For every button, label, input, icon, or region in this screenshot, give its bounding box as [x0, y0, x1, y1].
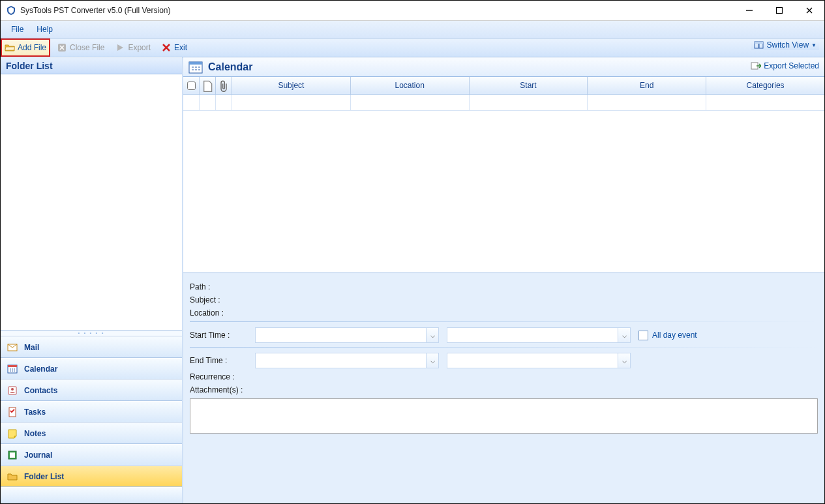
- add-file-label: Add File: [18, 43, 46, 52]
- svg-rect-8: [8, 365, 17, 367]
- menu-file[interactable]: File: [5, 22, 30, 37]
- nav-button-stack: Mail Calendar Contacts Tasks Notes: [1, 336, 182, 487]
- maximize-button[interactable]: [764, 1, 794, 20]
- nav-folder-list[interactable]: Folder List: [1, 466, 182, 487]
- mail-icon: [7, 342, 18, 353]
- svg-rect-13: [10, 452, 15, 458]
- end-time-label: End Time :: [190, 356, 255, 365]
- nav-mail[interactable]: Mail: [1, 336, 182, 358]
- tasks-icon: [7, 407, 18, 417]
- attachments-box[interactable]: [190, 398, 818, 434]
- chevron-down-icon: ⌵: [426, 353, 438, 368]
- nav-folder-list-label: Folder List: [24, 472, 64, 481]
- svg-rect-0: [746, 10, 753, 11]
- folder-open-icon: [5, 42, 15, 53]
- nav-contacts[interactable]: Contacts: [1, 379, 182, 401]
- switch-view-icon: [754, 40, 764, 50]
- svg-rect-1: [777, 8, 783, 14]
- notes-icon: [7, 428, 18, 439]
- close-button[interactable]: [794, 1, 824, 20]
- col-checkbox[interactable]: [183, 77, 200, 94]
- path-label: Path :: [190, 282, 255, 291]
- attachments-label: Attachment(s) :: [190, 385, 255, 394]
- start-time-dropdown[interactable]: ⌵: [447, 327, 631, 343]
- subject-label: Subject :: [190, 295, 255, 304]
- all-day-checkbox[interactable]: [638, 331, 648, 340]
- col-subject[interactable]: Subject: [232, 77, 351, 94]
- grid-empty-row: [183, 95, 824, 111]
- nav-tasks[interactable]: Tasks: [1, 401, 182, 422]
- export-selected-icon: [751, 61, 761, 71]
- grid-header: Subject Location Start End Categories: [183, 77, 824, 95]
- data-grid: Subject Location Start End Categories: [183, 77, 824, 273]
- right-pane: Calendar Export Selected Subject Locatio…: [183, 57, 824, 503]
- calendar-header-icon: [188, 61, 203, 74]
- app-icon: [6, 5, 16, 16]
- export-play-icon: [115, 42, 125, 53]
- nav-notes-label: Notes: [24, 429, 46, 438]
- close-file-icon: [57, 42, 67, 53]
- contacts-icon: [7, 385, 18, 396]
- splitter-grip[interactable]: • • • • •: [1, 331, 182, 336]
- minimize-button[interactable]: [734, 1, 764, 20]
- close-file-button[interactable]: Close File: [53, 40, 108, 55]
- col-end[interactable]: End: [588, 77, 706, 94]
- divider: [190, 347, 818, 348]
- folder-list-header: Folder List: [1, 57, 182, 74]
- nav-journal[interactable]: Journal: [1, 444, 182, 466]
- col-itemtype[interactable]: [200, 77, 216, 94]
- svg-point-10: [11, 388, 14, 391]
- content-header: Calendar Export Selected: [183, 57, 824, 77]
- svg-rect-15: [189, 62, 202, 65]
- nav-calendar[interactable]: Calendar: [1, 358, 182, 379]
- recurrence-label: Recurrence :: [190, 372, 255, 381]
- end-date-dropdown[interactable]: ⌵: [255, 353, 439, 368]
- window-title: SysTools PST Converter v5.0 (Full Versio…: [20, 6, 171, 15]
- nav-contacts-label: Contacts: [24, 386, 57, 395]
- folder-tree[interactable]: [1, 74, 182, 331]
- chevron-down-icon: ⌵: [426, 328, 438, 342]
- add-file-button[interactable]: Add File: [1, 38, 50, 57]
- nav-journal-label: Journal: [24, 451, 52, 460]
- col-attachment[interactable]: [216, 77, 232, 94]
- divider: [190, 321, 818, 322]
- switch-view-button[interactable]: Switch View ▼: [751, 40, 819, 50]
- location-label: Location :: [190, 308, 255, 318]
- window-controls: [734, 1, 824, 20]
- grid-body[interactable]: [183, 111, 824, 273]
- close-file-label: Close File: [70, 43, 104, 52]
- nav-footer: [1, 487, 182, 503]
- export-selected-button[interactable]: Export Selected: [751, 61, 819, 71]
- select-all-checkbox[interactable]: [187, 82, 196, 90]
- svg-rect-5: [755, 42, 763, 44]
- nav-notes[interactable]: Notes: [1, 422, 182, 444]
- col-start[interactable]: Start: [470, 77, 588, 94]
- page-icon: [202, 80, 213, 91]
- menu-bar: File Help: [1, 21, 824, 38]
- content-title: Calendar: [208, 61, 252, 73]
- col-location[interactable]: Location: [351, 77, 470, 94]
- menu-help[interactable]: Help: [30, 22, 59, 37]
- details-panel: Path : Subject : Location : Start Time :…: [183, 273, 824, 503]
- exit-label: Exit: [174, 43, 187, 52]
- left-pane: Folder List • • • • • Mail Calendar Cont…: [1, 57, 183, 503]
- chevron-down-icon: ⌵: [618, 353, 630, 368]
- nav-calendar-label: Calendar: [24, 364, 57, 374]
- end-time-dropdown[interactable]: ⌵: [447, 353, 631, 368]
- exit-x-icon: [161, 42, 172, 53]
- exit-button[interactable]: Exit: [157, 40, 191, 55]
- journal-icon: [7, 450, 18, 460]
- folder-icon: [7, 471, 18, 482]
- switch-view-label: Switch View: [767, 40, 809, 50]
- start-date-dropdown[interactable]: ⌵: [255, 327, 439, 343]
- nav-tasks-label: Tasks: [24, 408, 46, 417]
- export-label: Export: [128, 43, 151, 52]
- col-categories[interactable]: Categories: [706, 77, 824, 94]
- application-window: SysTools PST Converter v5.0 (Full Versio…: [0, 0, 825, 504]
- export-button[interactable]: Export: [111, 40, 155, 55]
- all-day-label: All day event: [652, 331, 697, 340]
- chevron-down-icon: ⌵: [618, 328, 630, 342]
- nav-mail-label: Mail: [24, 343, 39, 352]
- start-time-label: Start Time :: [190, 331, 255, 340]
- paperclip-icon: [218, 80, 229, 91]
